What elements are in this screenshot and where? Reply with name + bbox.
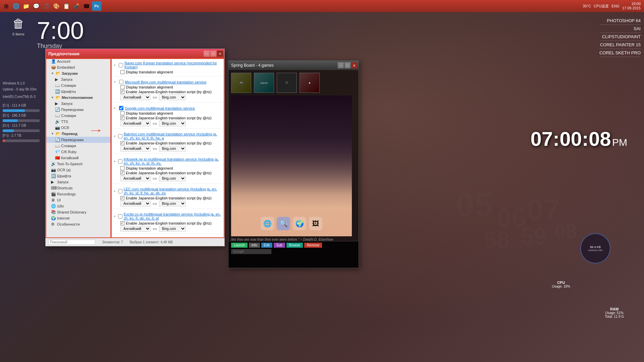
excite-lang-to-select[interactable]: Bing.com — [159, 226, 186, 232]
sidebar-item-fonts1[interactable]: 🔤 Шрифты — [46, 88, 111, 95]
excite-expand-icon[interactable]: + — [114, 215, 117, 218]
sidebar-item-dicts1[interactable]: 📖 Словари — [46, 82, 111, 88]
music-icon[interactable]: 🎵 — [42, 1, 51, 11]
app-clipstudio[interactable]: CLIPSTUDIOPAINT — [599, 33, 641, 41]
springboard-launch-button[interactable]: Launch — [231, 243, 248, 248]
game-thumb-4[interactable]: ♠ — [300, 73, 320, 93]
springboard-remove-button[interactable]: Remove — [304, 243, 322, 248]
game-thumb-3[interactable]: 🖤 — [277, 73, 297, 93]
springboard-maximize-button[interactable]: □ — [344, 62, 351, 68]
app-corel-sketch[interactable]: COREL SKETH PRO — [599, 49, 641, 57]
bing-expand-icon[interactable]: + — [114, 80, 118, 84]
nifty-expand-icon[interactable]: + — [114, 238, 118, 238]
nifty-link[interactable]: @nifty.com СЖ+Е translation service — [125, 238, 185, 238]
sidebar-item-ruby[interactable]: 💎 С/К Ruby — [46, 149, 111, 155]
lec-lang-to-select[interactable]: Bing.com — [159, 201, 186, 206]
lec-expand-icon[interactable]: + — [114, 189, 117, 193]
sidebar-item-ui[interactable]: 🖥 UI — [46, 197, 111, 203]
excite-lang-from-select[interactable]: Английский — [120, 226, 151, 232]
app-corel-painter[interactable]: COREL PAINTER 15 — [599, 41, 641, 49]
sidebar-item-translators2[interactable]: 🔄 Переводчики — [46, 107, 111, 113]
ps-icon[interactable]: Ps — [92, 1, 101, 11]
sidebar-item-fonts[interactable]: 🔤 Шрифта — [46, 173, 111, 179]
babylon-expand-icon[interactable]: + — [114, 134, 117, 138]
sidebar-item-recordings[interactable]: 🎬 Recordings — [46, 191, 111, 197]
sidebar-item-internet[interactable]: 🌍 Internet — [46, 215, 111, 221]
sidebar-item-tts[interactable]: 🔊 Text-To-Speech — [46, 161, 111, 167]
sidebar-item-launch[interactable]: ▶ Запуск — [46, 179, 111, 185]
prefs-close-button[interactable]: ✕ — [217, 51, 223, 57]
sidebar-item-account[interactable]: 👤 Account — [46, 58, 111, 64]
sidebar-item-i18n[interactable]: 🌐 i18n — [46, 203, 111, 209]
excite-link[interactable]: Excite.co.jp multilingual translation se… — [124, 212, 222, 220]
bing-link[interactable]: Microsoft Bing.com multilingual translat… — [125, 80, 206, 84]
sidebar-item-shared-dict[interactable]: 📚 Shared Dictionary — [46, 209, 111, 215]
infoseek-lang-to-select[interactable]: Bing.com — [159, 176, 186, 181]
babylon-lang-to-select[interactable]: Bing.com — [159, 146, 186, 152]
dock-icon-globe[interactable]: 🌐 — [261, 217, 274, 230]
sidebar-item-launch2[interactable]: ▶ Запуск — [46, 101, 111, 107]
google-checkbox[interactable] — [119, 106, 123, 110]
bing-checkbox[interactable] — [119, 80, 123, 84]
clipboard-icon[interactable]: 📋 — [62, 1, 71, 11]
sidebar-item-launch-label: Запуск — [57, 180, 68, 184]
sidebar-item-location[interactable]: ▼ 📂 Местоположение — [46, 95, 111, 101]
sidebar-item-chinese[interactable]: 🇨🇳 Китайский — [46, 155, 111, 161]
phone-icon[interactable]: ☎ — [82, 1, 91, 11]
infoseek-checkbox[interactable] — [118, 159, 122, 164]
browser-icon[interactable]: 🌐 — [11, 1, 21, 11]
sidebar-item-downloads[interactable]: ▼ 📂 Загрузки — [46, 70, 111, 76]
naver-expand-icon[interactable]: + — [114, 63, 117, 67]
infoseek-link[interactable]: Infoseek.ne.jp multilingual translation … — [124, 157, 222, 165]
sidebar-item-dicts3[interactable]: 📖 Словари — [46, 143, 111, 149]
sidebar-item-embedded[interactable]: 📦 Embedded — [46, 64, 111, 70]
trash-icon[interactable]: 🗑 0 Items — [7, 17, 30, 36]
game-thumb-1[interactable]: 🎮 — [231, 73, 251, 93]
sidebar-item-translators3[interactable]: 🔄 Переводчики — [46, 137, 111, 143]
babylon-checkbox[interactable] — [118, 134, 122, 138]
paint-icon[interactable]: 🎨 — [52, 1, 61, 11]
statusbar-search-input[interactable] — [48, 240, 95, 245]
infoseek-expand-icon[interactable]: + — [114, 160, 117, 163]
google-link[interactable]: Google.com multilingual translation serv… — [125, 106, 195, 110]
nifty-checkbox[interactable] — [119, 237, 123, 238]
springboard-search-input[interactable] — [231, 249, 271, 254]
sidebar-item-launch1[interactable]: ▶ Запуск — [46, 76, 111, 82]
naver-checkbox[interactable] — [119, 63, 123, 67]
bing-lang-to-select[interactable]: Bing.com — [159, 95, 186, 100]
springboard-sub-button[interactable]: Sub — [274, 243, 285, 248]
springboard-close-button[interactable]: ✕ — [351, 62, 357, 68]
google-lang-from-select[interactable]: Английский — [120, 121, 151, 126]
chat-icon[interactable]: 💬 — [32, 1, 41, 11]
babylon-lang-from-select[interactable]: Английский — [120, 146, 151, 152]
excite-checkbox[interactable] — [118, 214, 122, 219]
prefs-minimize-button[interactable]: ─ — [204, 51, 210, 57]
game-thumb-2[interactable]: Game — [254, 73, 274, 93]
infoseek-lang-from-select[interactable]: Английский — [120, 176, 151, 181]
springboard-minimize-button[interactable]: ─ — [338, 62, 344, 68]
dock-icon-earth[interactable]: 🌍 — [293, 217, 306, 230]
game-icon[interactable]: 💣 — [72, 1, 81, 11]
springboard-info-button[interactable]: Info — [249, 243, 260, 248]
google-lang-to-select[interactable]: Bing.com — [159, 121, 186, 126]
dock-icon-photo[interactable]: 🖼 — [309, 217, 322, 230]
sidebar-item-dicts2[interactable]: 📖 Словари — [46, 113, 111, 119]
springboard-browse-button[interactable]: Browse — [286, 243, 303, 248]
start-button[interactable]: ⊞ — [1, 1, 11, 11]
sidebar-item-ocr[interactable]: 📷 OCR (а) — [46, 167, 111, 173]
dock-icon-search[interactable]: 🔍 — [277, 217, 290, 230]
prefs-maximize-button[interactable]: □ — [210, 51, 216, 57]
lec-checkbox[interactable] — [118, 189, 122, 193]
naver-link[interactable]: Naver.com Korean translation service (re… — [124, 61, 222, 69]
babylon-link[interactable]: Babylon.com multilingual translation ser… — [124, 132, 222, 140]
lec-link[interactable]: LEC.com multilingual translation service… — [124, 187, 222, 195]
springboard-edit-button[interactable]: Edit — [261, 243, 272, 248]
sidebar-item-features[interactable]: ⚙ Особенности — [46, 221, 111, 227]
bing-lang-from-select[interactable]: Английский — [120, 95, 151, 100]
app-sai[interactable]: SAI — [599, 25, 641, 33]
sidebar-item-shortcuts[interactable]: ⌨ Shortcuts — [46, 185, 111, 191]
files-icon[interactable]: 📁 — [21, 1, 31, 11]
lec-lang-from-select[interactable]: Английский — [120, 201, 151, 206]
google-expand-icon[interactable]: + — [114, 106, 118, 110]
app-photoshop[interactable]: PHOTOSHOP 64 — [599, 17, 641, 25]
